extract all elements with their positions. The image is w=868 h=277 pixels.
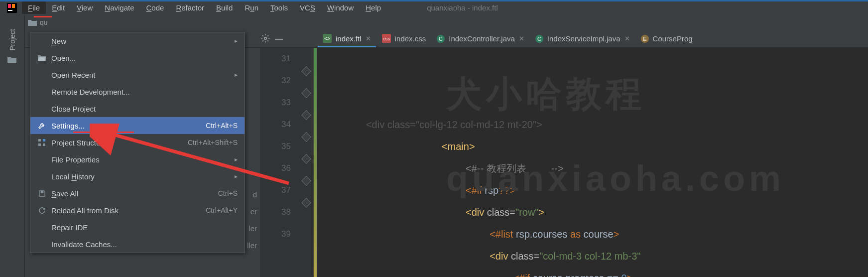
tab-index-service-impl[interactable]: C IndexServiceImpl.java ✕: [530, 31, 635, 47]
svg-rect-18: [43, 143, 45, 146]
close-icon[interactable]: ✕: [366, 35, 371, 42]
close-icon[interactable]: ✕: [519, 35, 524, 42]
gear-icon[interactable]: [261, 34, 270, 45]
svg-text:E: E: [643, 36, 646, 42]
menubar: File Edit View Navigate Code Refactor Bu…: [0, 0, 868, 14]
tool-window-bar: Project: [0, 14, 25, 277]
structure-icon: [37, 138, 46, 147]
menu-settings[interactable]: Settings... Ctrl+Alt+S: [30, 117, 245, 134]
menu-open-recent[interactable]: Open Recent▸: [30, 66, 245, 83]
ftl-file-icon: <>: [323, 34, 332, 43]
file-menu-dropdown: New▸ Open... Open Recent▸ Remote Develop…: [30, 32, 245, 253]
project-name-fragment[interactable]: qu: [40, 18, 48, 26]
svg-text:C: C: [439, 36, 443, 42]
save-icon: [37, 189, 46, 198]
menu-build[interactable]: Build: [210, 1, 239, 14]
app-icon: [7, 3, 17, 13]
menu-close-project[interactable]: Close Project: [30, 100, 245, 117]
menu-view[interactable]: View: [71, 1, 99, 14]
tab-course-prog[interactable]: E CourseProg: [636, 31, 698, 47]
menu-reload-disk[interactable]: Reload All from Disk Ctrl+Alt+Y: [30, 202, 245, 219]
folder-icon: [7, 56, 17, 66]
menu-refactor[interactable]: Refactor: [170, 1, 210, 14]
menu-edit[interactable]: Edit: [46, 1, 71, 14]
wrench-icon: [37, 121, 46, 130]
svg-text:CSS: CSS: [383, 37, 390, 41]
svg-rect-3: [8, 10, 12, 11]
menu-file-properties[interactable]: File Properties▸: [30, 151, 245, 168]
menu-repair-ide[interactable]: Repair IDE: [30, 219, 245, 236]
hide-icon[interactable]: —: [275, 35, 283, 44]
annotation-file-underline: [34, 16, 52, 17]
menu-invalidate-caches[interactable]: Invalidate Caches...: [30, 236, 245, 253]
class-icon: C: [437, 35, 445, 43]
class-icon: C: [535, 35, 543, 43]
css-file-icon: CSS: [382, 34, 391, 43]
svg-rect-15: [38, 139, 41, 141]
editor-tabs: <> index.ftl ✕ CSS index.css C IndexCont…: [318, 31, 698, 47]
menu-code[interactable]: Code: [140, 1, 170, 14]
svg-text:C: C: [537, 36, 541, 42]
svg-text:<>: <>: [324, 36, 330, 41]
annotation-settings-underline: [73, 132, 134, 133]
svg-point-4: [264, 37, 267, 39]
tab-index-ftl[interactable]: <> index.ftl ✕: [318, 31, 376, 47]
window-title: quanxiaoha - index.ftl: [427, 3, 498, 12]
project-crumb-bar: qu: [25, 14, 868, 31]
svg-rect-2: [12, 4, 15, 8]
tab-index-controller[interactable]: C IndexController.java ✕: [432, 31, 529, 47]
menu-help[interactable]: Help: [360, 1, 387, 14]
menu-window[interactable]: Window: [321, 1, 360, 14]
menu-vcs[interactable]: VCS: [294, 1, 321, 14]
menu-save-all[interactable]: Save All Ctrl+S: [30, 185, 245, 202]
svg-rect-16: [38, 143, 41, 146]
menu-new[interactable]: New▸: [30, 32, 245, 49]
enum-icon: E: [641, 35, 649, 43]
tab-index-css[interactable]: CSS index.css: [377, 31, 431, 47]
reload-icon: [37, 206, 46, 215]
menu-project-structure[interactable]: Project Structure... Ctrl+Alt+Shift+S: [30, 134, 245, 151]
menu-local-history[interactable]: Local History▸: [30, 168, 245, 185]
fold-strip[interactable]: [300, 48, 314, 277]
close-icon[interactable]: ✕: [624, 35, 630, 42]
menu-remote-dev[interactable]: Remote Development...: [30, 83, 245, 100]
svg-rect-1: [8, 4, 11, 8]
menu-tools[interactable]: Tools: [264, 1, 294, 14]
project-tool-button[interactable]: Project: [8, 29, 16, 51]
menu-open[interactable]: Open...: [30, 49, 245, 66]
menu-run[interactable]: Run: [239, 1, 264, 14]
svg-rect-19: [40, 190, 43, 193]
code-area[interactable]: 犬小哈教程 quanxiaoha.com <div class="col-lg-…: [317, 48, 868, 277]
folder-icon: [28, 19, 37, 26]
menu-navigate[interactable]: Navigate: [99, 1, 140, 14]
menu-file[interactable]: File: [22, 1, 46, 14]
line-gutter: 313233343536373839: [260, 48, 300, 277]
svg-rect-17: [43, 139, 45, 141]
folder-open-icon: [37, 53, 46, 62]
